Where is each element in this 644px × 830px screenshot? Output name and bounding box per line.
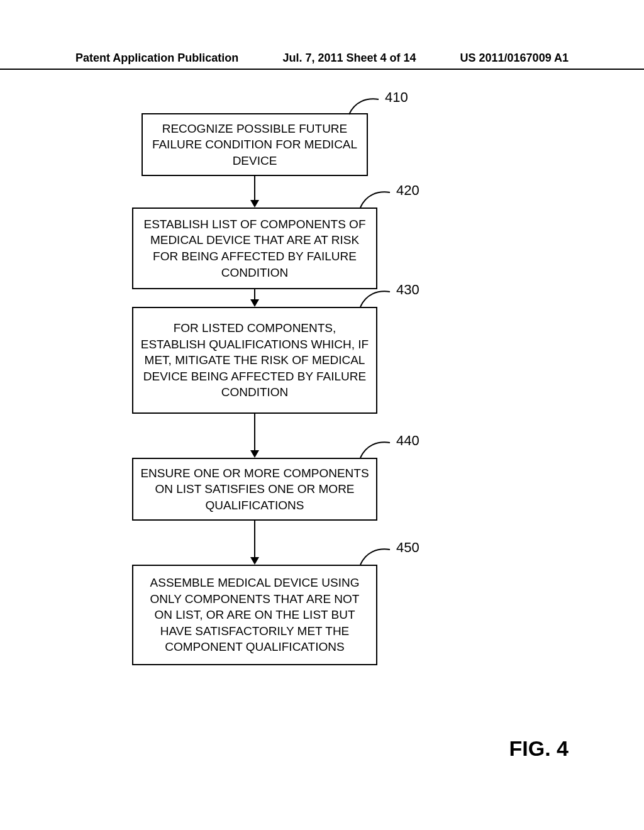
lead-line-440 <box>358 439 396 461</box>
arrow-head-icon <box>250 557 259 565</box>
flow-node-440-label: ENSURE ONE OR MORE COMPONENTS ON LIST SA… <box>140 465 370 514</box>
header-left: Patent Application Publication <box>75 52 238 65</box>
arrow-430-440 <box>254 414 255 451</box>
ref-450: 450 <box>396 540 419 556</box>
ref-410: 410 <box>385 89 408 106</box>
arrow-440-450 <box>254 521 255 558</box>
ref-440: 440 <box>396 433 419 449</box>
lead-line-420 <box>358 189 396 211</box>
header-center: Jul. 7, 2011 Sheet 4 of 14 <box>282 52 416 65</box>
flow-node-420-label: ESTABLISH LIST OF COMPONENTS OF MEDICAL … <box>140 216 370 281</box>
flow-node-410-label: RECOGNIZE POSSIBLE FUTURE FAILURE CONDIT… <box>149 121 360 169</box>
flow-node-410: RECOGNIZE POSSIBLE FUTURE FAILURE CONDIT… <box>142 113 368 176</box>
flow-node-430-label: FOR LISTED COMPONENTS, ESTABLISH QUALIFI… <box>140 320 370 401</box>
ref-420: 420 <box>396 182 419 199</box>
flow-node-440: ENSURE ONE OR MORE COMPONENTS ON LIST SA… <box>132 458 377 521</box>
page-header: Patent Application Publication Jul. 7, 2… <box>0 52 644 70</box>
ref-430: 430 <box>396 282 419 298</box>
arrow-410-420 <box>254 176 255 201</box>
flow-node-450-label: ASSEMBLE MEDICAL DEVICE USING ONLY COMPO… <box>140 575 370 655</box>
lead-line-450 <box>358 546 396 568</box>
flow-node-420: ESTABLISH LIST OF COMPONENTS OF MEDICAL … <box>132 208 377 289</box>
arrow-head-icon <box>250 299 259 307</box>
header-right: US 2011/0167009 A1 <box>460 52 569 65</box>
flow-node-450: ASSEMBLE MEDICAL DEVICE USING ONLY COMPO… <box>132 565 377 665</box>
lead-line-430 <box>358 288 396 310</box>
flow-node-430: FOR LISTED COMPONENTS, ESTABLISH QUALIFI… <box>132 307 377 414</box>
arrow-head-icon <box>250 200 259 208</box>
figure-label: FIG. 4 <box>509 736 569 761</box>
arrow-head-icon <box>250 450 259 458</box>
lead-line-410 <box>347 96 385 118</box>
